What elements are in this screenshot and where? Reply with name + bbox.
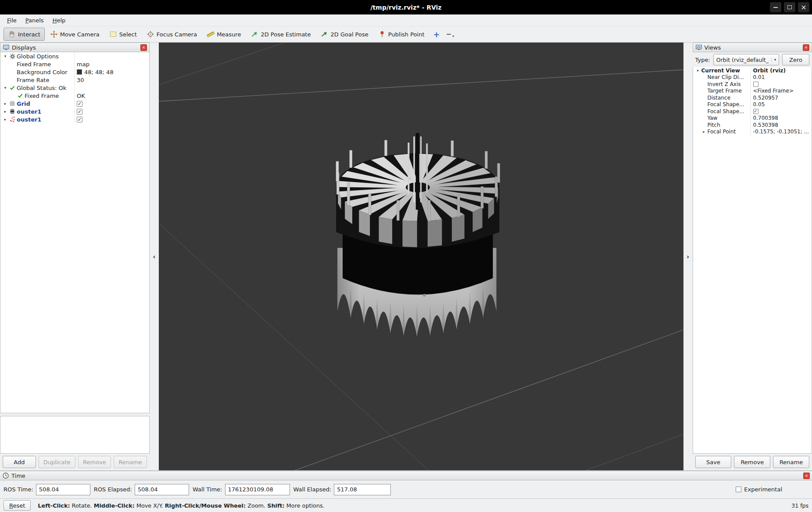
property-value[interactable]: 0.700398 [751,115,812,121]
expander-closed-icon[interactable]: ▸ [2,117,8,122]
checkbox[interactable]: ✓ [77,101,82,107]
ros-time-input[interactable]: 508.04 [36,484,90,495]
property-value[interactable]: ✓ [75,109,149,115]
tree-row[interactable]: Focal Shape...✓ [693,108,812,115]
property-value[interactable]: ✓ [751,109,812,114]
menu-panels[interactable]: Panels [21,16,48,25]
left-splitter[interactable]: ‹ [150,43,159,470]
displays-panel-buttons: AddDuplicateRemoveRename [0,454,150,470]
close-displays-panel-button[interactable]: × [140,44,147,51]
checkbox[interactable]: ✓ [77,117,82,122]
tool-2d-pose-estimate[interactable]: 2D Pose Estimate [246,28,315,41]
tree-row[interactable]: ▸Focal Point-0.1575; -0.13051; ... [693,129,812,136]
duplicate-button[interactable]: Duplicate [39,456,75,468]
property-value[interactable]: <Fixed Frame> [751,88,812,94]
tool-label: 2D Goal Pose [330,31,368,38]
time-field-label: Wall Elapsed: [293,486,332,493]
wall-time-input[interactable]: 1761230109.08 [225,484,290,495]
close-views-panel-button[interactable]: × [803,44,809,51]
tool-2d-goal-pose[interactable]: 2D Goal Pose [316,28,372,41]
tree-row[interactable]: Near Clip Di...0.01 [693,74,812,81]
tool-measure[interactable]: Measure [202,28,245,41]
tree-row[interactable]: ▾Global Options [0,52,149,60]
tool-label: Publish Point [388,31,425,38]
tree-row[interactable]: Distance0.520957 [693,94,812,101]
expander-open-icon[interactable]: ▾ [2,54,8,58]
tree-row[interactable]: Invert Z Axis [693,81,812,88]
property-value[interactable]: 30 [75,77,149,83]
property-value[interactable]: ✓ [75,117,149,122]
expander-closed-icon[interactable]: ▸ [2,109,8,114]
rename-button[interactable]: Rename [773,456,809,468]
close-time-panel-button[interactable]: × [803,473,810,479]
checkbox[interactable] [753,82,758,87]
experimental-option[interactable]: Experimental [736,486,808,493]
property-name: Global Options [16,53,59,60]
view-type-combobox[interactable]: Orbit (rviz_default_ ▾ [713,54,779,65]
titlebar[interactable]: /tmp/rviz.rviz* - RViz × [0,0,812,14]
tree-row[interactable]: ▸ouster1✓ [0,115,149,123]
property-value[interactable]: 0.05 [751,101,812,107]
wall-elapsed-input[interactable]: 517.08 [334,484,391,495]
property-value[interactable]: 0.520957 [751,95,812,101]
tool-select[interactable]: Select [105,28,141,41]
property-label: Focal Shape... [693,101,751,108]
close-button[interactable]: × [798,2,809,12]
add-tool-button[interactable]: + [433,30,440,39]
collapse-left-icon[interactable]: ‹ [153,253,156,260]
property-value[interactable] [751,82,812,87]
tool-move-camera[interactable]: Move Camera [46,28,104,41]
property-value[interactable]: Orbit (rviz) [751,68,812,74]
property-value[interactable]: 0.01 [751,74,812,80]
expander-closed-icon[interactable]: ▸ [701,129,707,134]
tool-focus-camera[interactable]: Focus Camera [142,28,201,41]
property-value[interactable]: 0.530398 [751,122,812,128]
views-panel-header[interactable]: Views × [693,43,812,52]
save-button[interactable]: Save [695,456,732,468]
tree-row[interactable]: Yaw0.700398 [693,115,812,122]
expander-open-icon[interactable]: ▾ [695,68,701,73]
tree-row[interactable]: Focal Shape...0.05 [693,101,812,108]
time-panel-header[interactable]: Time × [0,471,812,480]
checkbox[interactable]: ✓ [753,109,758,114]
tree-row[interactable]: Fixed FrameOK [0,92,149,100]
menu-help[interactable]: Help [48,16,70,25]
property-value[interactable]: 48; 48; 48 [75,69,149,75]
checkbox[interactable]: ✓ [77,109,82,115]
tree-row[interactable]: Target Frame<Fixed Frame> [693,88,812,95]
property-value[interactable]: OK [75,93,149,99]
minimize-button[interactable] [770,2,781,12]
expander-closed-icon[interactable]: ▸ [2,101,8,106]
reset-button[interactable]: Reset [4,500,31,511]
remove-button[interactable]: Remove [78,456,111,468]
tree-row[interactable]: Background Color48; 48; 48 [0,68,149,76]
experimental-checkbox[interactable] [736,487,741,492]
property-value[interactable]: ✓ [75,101,149,107]
tree-row[interactable]: ▾Current ViewOrbit (rviz) [693,67,812,74]
tree-row[interactable]: ▸Grid✓ [0,100,149,107]
value-text: map [77,61,89,68]
tree-row[interactable]: ▸ouster1✓ [0,107,149,115]
expander-open-icon[interactable]: ▾ [2,86,8,90]
displays-panel-header[interactable]: Displays × [0,43,150,52]
tree-row[interactable]: Frame Rate30 [0,76,149,84]
tool-publish-point[interactable]: Publish Point [374,28,429,41]
menu-file[interactable]: File [3,16,21,25]
property-value[interactable]: map [75,61,149,68]
tool-interact[interactable]: Interact [4,28,45,41]
right-splitter[interactable]: › [683,43,693,470]
maximize-button[interactable] [784,2,795,12]
tree-row[interactable]: Fixed Framemap [0,60,149,68]
3d-viewport[interactable] [159,43,683,470]
ros-elapsed-input[interactable]: 508.04 [135,484,189,495]
tree-row[interactable]: ▾Global Status: Ok [0,84,149,92]
remove-button[interactable]: Remove [734,456,770,468]
value-text: OK [77,93,85,99]
collapse-right-icon[interactable]: › [687,253,689,260]
tree-row[interactable]: Pitch0.530398 [693,122,812,129]
remove-tool-button[interactable]: −▾ [446,30,454,38]
property-value[interactable]: -0.1575; -0.13051; ... [751,129,812,135]
zero-button[interactable]: Zero [782,54,809,65]
add-button[interactable]: Add [3,456,36,468]
rename-button[interactable]: Rename [114,456,147,468]
